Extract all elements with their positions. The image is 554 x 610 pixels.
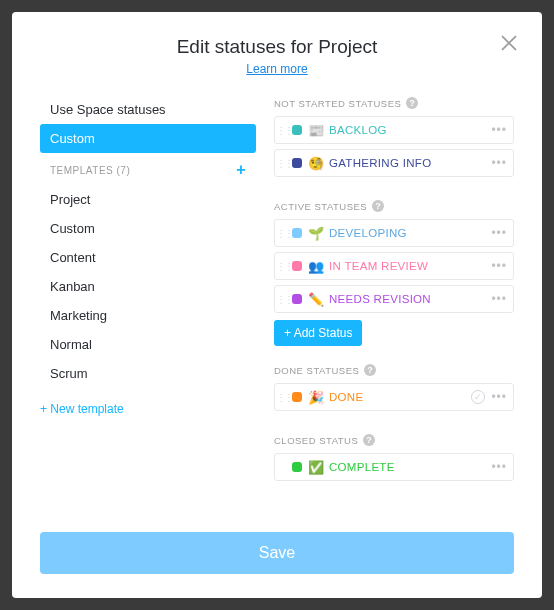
drag-handle-icon[interactable] — [275, 158, 289, 169]
sidebar-item-use-space[interactable]: Use Space statuses — [40, 95, 256, 124]
status-row-actions: ••• — [491, 292, 513, 306]
status-color-chip[interactable] — [292, 294, 302, 304]
status-row[interactable]: ✏️NEEDS REVISION••• — [274, 285, 514, 313]
status-label[interactable]: COMPLETE — [329, 461, 491, 473]
drag-handle-icon[interactable] — [275, 294, 289, 305]
not-started-list: 📰BACKLOG•••🧐GATHERING INFO••• — [274, 116, 514, 177]
modal-header: Edit statuses for Project Learn more — [40, 36, 514, 77]
status-row[interactable]: 🧐GATHERING INFO••• — [274, 149, 514, 177]
add-template-icon[interactable]: + — [236, 161, 246, 179]
status-color-chip[interactable] — [292, 392, 302, 402]
status-label[interactable]: DONE — [329, 391, 471, 403]
template-item[interactable]: Marketing — [40, 301, 256, 330]
done-list: 🎉DONE✓••• — [274, 383, 514, 411]
active-header: ACTIVE STATUSES ? — [274, 200, 514, 212]
status-emoji: 👥 — [308, 259, 324, 274]
status-row-actions: ••• — [491, 460, 513, 474]
status-label[interactable]: NEEDS REVISION — [329, 293, 491, 305]
status-row-actions: ••• — [491, 156, 513, 170]
ellipsis-icon[interactable]: ••• — [491, 123, 507, 137]
save-button[interactable]: Save — [40, 532, 514, 574]
done-header: DONE STATUSES ? — [274, 364, 514, 376]
template-item[interactable]: Scrum — [40, 359, 256, 388]
closed-label: CLOSED STATUS — [274, 435, 358, 446]
done-label: DONE STATUSES — [274, 365, 359, 376]
status-panel: NOT STARTED STATUSES ? 📰BACKLOG•••🧐GATHE… — [274, 95, 514, 514]
new-template-link[interactable]: + New template — [40, 388, 256, 416]
status-row-actions: ••• — [491, 123, 513, 137]
status-row[interactable]: ✅COMPLETE••• — [274, 453, 514, 481]
ellipsis-icon[interactable]: ••• — [491, 156, 507, 170]
status-emoji: 🌱 — [308, 226, 324, 241]
status-row[interactable]: 📰BACKLOG••• — [274, 116, 514, 144]
help-icon[interactable]: ? — [363, 434, 375, 446]
status-emoji: ✏️ — [308, 292, 324, 307]
status-row-actions: ••• — [491, 226, 513, 240]
edit-statuses-modal: Edit statuses for Project Learn more Use… — [12, 12, 542, 598]
status-emoji: 🎉 — [308, 390, 324, 405]
not-started-label: NOT STARTED STATUSES — [274, 98, 401, 109]
help-icon[interactable]: ? — [406, 97, 418, 109]
sidebar-item-custom[interactable]: Custom — [40, 124, 256, 153]
template-item[interactable]: Content — [40, 243, 256, 272]
closed-list: ✅COMPLETE••• — [274, 453, 514, 481]
template-item[interactable]: Kanban — [40, 272, 256, 301]
templates-header: TEMPLATES (7) + — [40, 153, 256, 185]
ellipsis-icon[interactable]: ••• — [491, 292, 507, 306]
templates-label: TEMPLATES (7) — [50, 165, 130, 176]
status-row[interactable]: 🌱DEVELOPING••• — [274, 219, 514, 247]
drag-handle-icon[interactable] — [275, 125, 289, 136]
status-row[interactable]: 👥IN TEAM REVIEW••• — [274, 252, 514, 280]
template-list: ProjectCustomContentKanbanMarketingNorma… — [40, 185, 256, 388]
status-color-chip[interactable] — [292, 228, 302, 238]
closed-header: CLOSED STATUS ? — [274, 434, 514, 446]
status-color-chip[interactable] — [292, 158, 302, 168]
status-emoji: ✅ — [308, 460, 324, 475]
status-color-chip[interactable] — [292, 462, 302, 472]
status-label[interactable]: BACKLOG — [329, 124, 491, 136]
active-label: ACTIVE STATUSES — [274, 201, 367, 212]
status-color-chip[interactable] — [292, 261, 302, 271]
status-color-chip[interactable] — [292, 125, 302, 135]
close-icon[interactable] — [498, 32, 520, 54]
status-label[interactable]: DEVELOPING — [329, 227, 491, 239]
check-circle-icon[interactable]: ✓ — [471, 390, 485, 404]
modal-body: Use Space statuses Custom TEMPLATES (7) … — [40, 95, 514, 514]
ellipsis-icon[interactable]: ••• — [491, 226, 507, 240]
help-icon[interactable]: ? — [364, 364, 376, 376]
sidebar: Use Space statuses Custom TEMPLATES (7) … — [40, 95, 256, 514]
status-row[interactable]: 🎉DONE✓••• — [274, 383, 514, 411]
status-row-actions: ••• — [491, 259, 513, 273]
modal-title: Edit statuses for Project — [40, 36, 514, 58]
add-status-button[interactable]: + Add Status — [274, 320, 362, 346]
ellipsis-icon[interactable]: ••• — [491, 460, 507, 474]
not-started-header: NOT STARTED STATUSES ? — [274, 97, 514, 109]
template-item[interactable]: Normal — [40, 330, 256, 359]
learn-more-link[interactable]: Learn more — [246, 62, 307, 76]
status-row-actions: ✓••• — [471, 390, 513, 404]
ellipsis-icon[interactable]: ••• — [491, 390, 507, 404]
status-label[interactable]: GATHERING INFO — [329, 157, 491, 169]
help-icon[interactable]: ? — [372, 200, 384, 212]
status-emoji: 📰 — [308, 123, 324, 138]
drag-handle-icon[interactable] — [275, 228, 289, 239]
drag-handle-icon[interactable] — [275, 392, 289, 403]
status-label[interactable]: IN TEAM REVIEW — [329, 260, 491, 272]
template-item[interactable]: Project — [40, 185, 256, 214]
drag-handle-icon[interactable] — [275, 261, 289, 272]
template-item[interactable]: Custom — [40, 214, 256, 243]
status-emoji: 🧐 — [308, 156, 324, 171]
ellipsis-icon[interactable]: ••• — [491, 259, 507, 273]
active-list: 🌱DEVELOPING•••👥IN TEAM REVIEW•••✏️NEEDS … — [274, 219, 514, 313]
